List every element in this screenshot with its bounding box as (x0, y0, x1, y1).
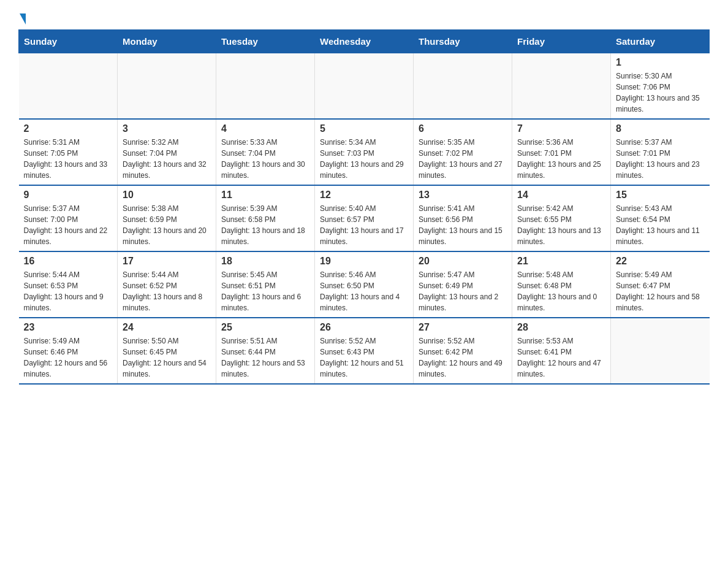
calendar-cell: 1Sunrise: 5:30 AM Sunset: 7:06 PM Daylig… (611, 53, 710, 120)
day-info: Sunrise: 5:44 AM Sunset: 6:52 PM Dayligh… (123, 269, 211, 313)
day-info: Sunrise: 5:50 AM Sunset: 6:45 PM Dayligh… (123, 335, 211, 380)
calendar-week-row: 2Sunrise: 5:31 AM Sunset: 7:05 PM Daylig… (19, 119, 710, 185)
calendar-cell: 5Sunrise: 5:34 AM Sunset: 7:03 PM Daylig… (315, 119, 414, 185)
day-info: Sunrise: 5:49 AM Sunset: 6:46 PM Dayligh… (24, 335, 113, 380)
day-number: 21 (517, 256, 605, 267)
day-number: 6 (419, 123, 507, 134)
day-info: Sunrise: 5:32 AM Sunset: 7:04 PM Dayligh… (123, 137, 211, 181)
day-number: 9 (24, 190, 113, 201)
calendar-table: SundayMondayTuesdayWednesdayThursdayFrid… (18, 29, 710, 385)
calendar-cell: 12Sunrise: 5:40 AM Sunset: 6:57 PM Dayli… (315, 185, 414, 251)
calendar-week-row: 9Sunrise: 5:37 AM Sunset: 7:00 PM Daylig… (19, 185, 710, 251)
calendar-cell: 26Sunrise: 5:52 AM Sunset: 6:43 PM Dayli… (315, 318, 414, 384)
day-info: Sunrise: 5:37 AM Sunset: 7:00 PM Dayligh… (24, 203, 113, 247)
day-number: 15 (616, 190, 705, 201)
day-number: 19 (320, 256, 408, 267)
day-info: Sunrise: 5:30 AM Sunset: 7:06 PM Dayligh… (616, 71, 705, 115)
day-number: 2 (24, 123, 113, 134)
calendar-cell: 24Sunrise: 5:50 AM Sunset: 6:45 PM Dayli… (118, 318, 216, 384)
calendar-cell: 25Sunrise: 5:51 AM Sunset: 6:44 PM Dayli… (216, 318, 315, 384)
day-number: 3 (123, 123, 211, 134)
day-info: Sunrise: 5:39 AM Sunset: 6:58 PM Dayligh… (221, 203, 309, 247)
calendar-cell: 22Sunrise: 5:49 AM Sunset: 6:47 PM Dayli… (611, 251, 710, 318)
calendar-cell (216, 53, 315, 120)
calendar-cell: 28Sunrise: 5:53 AM Sunset: 6:41 PM Dayli… (512, 318, 611, 384)
day-info: Sunrise: 5:45 AM Sunset: 6:51 PM Dayligh… (221, 269, 309, 313)
calendar-cell: 11Sunrise: 5:39 AM Sunset: 6:58 PM Dayli… (216, 185, 315, 251)
day-number: 4 (221, 123, 309, 134)
calendar-cell (19, 53, 118, 120)
calendar-cell: 18Sunrise: 5:45 AM Sunset: 6:51 PM Dayli… (216, 251, 315, 318)
day-number: 16 (24, 256, 113, 267)
calendar-cell: 13Sunrise: 5:41 AM Sunset: 6:56 PM Dayli… (414, 185, 512, 251)
day-number: 8 (616, 123, 705, 134)
day-of-week-header: Wednesday (315, 30, 414, 53)
day-number: 27 (419, 322, 507, 333)
calendar-cell: 8Sunrise: 5:37 AM Sunset: 7:01 PM Daylig… (611, 119, 710, 185)
day-of-week-header: Monday (118, 30, 216, 53)
day-info: Sunrise: 5:47 AM Sunset: 6:49 PM Dayligh… (419, 269, 507, 313)
calendar-cell: 4Sunrise: 5:33 AM Sunset: 7:04 PM Daylig… (216, 119, 315, 185)
day-info: Sunrise: 5:52 AM Sunset: 6:42 PM Dayligh… (419, 335, 507, 380)
day-info: Sunrise: 5:44 AM Sunset: 6:53 PM Dayligh… (24, 269, 113, 313)
calendar-cell: 10Sunrise: 5:38 AM Sunset: 6:59 PM Dayli… (118, 185, 216, 251)
day-number: 11 (221, 190, 309, 201)
day-number: 26 (320, 322, 408, 333)
calendar-cell: 17Sunrise: 5:44 AM Sunset: 6:52 PM Dayli… (118, 251, 216, 318)
calendar-cell (611, 318, 710, 384)
day-number: 22 (616, 256, 705, 267)
day-info: Sunrise: 5:31 AM Sunset: 7:05 PM Dayligh… (24, 137, 113, 181)
calendar-header-row: SundayMondayTuesdayWednesdayThursdayFrid… (19, 30, 710, 53)
calendar-week-row: 16Sunrise: 5:44 AM Sunset: 6:53 PM Dayli… (19, 251, 710, 318)
day-info: Sunrise: 5:33 AM Sunset: 7:04 PM Dayligh… (221, 137, 309, 181)
logo (18, 12, 26, 23)
day-info: Sunrise: 5:42 AM Sunset: 6:55 PM Dayligh… (517, 203, 605, 247)
day-info: Sunrise: 5:52 AM Sunset: 6:43 PM Dayligh… (320, 335, 408, 380)
day-number: 24 (123, 322, 211, 333)
calendar-cell: 21Sunrise: 5:48 AM Sunset: 6:48 PM Dayli… (512, 251, 611, 318)
day-info: Sunrise: 5:48 AM Sunset: 6:48 PM Dayligh… (517, 269, 605, 313)
day-number: 28 (517, 322, 605, 333)
day-info: Sunrise: 5:37 AM Sunset: 7:01 PM Dayligh… (616, 137, 705, 181)
page-header (18, 12, 710, 23)
calendar-cell: 23Sunrise: 5:49 AM Sunset: 6:46 PM Dayli… (19, 318, 118, 384)
day-info: Sunrise: 5:40 AM Sunset: 6:57 PM Dayligh… (320, 203, 408, 247)
day-number: 13 (419, 190, 507, 201)
calendar-cell (315, 53, 414, 120)
calendar-week-row: 1Sunrise: 5:30 AM Sunset: 7:06 PM Daylig… (19, 53, 710, 120)
calendar-cell (118, 53, 216, 120)
calendar-cell: 2Sunrise: 5:31 AM Sunset: 7:05 PM Daylig… (19, 119, 118, 185)
day-number: 17 (123, 256, 211, 267)
day-number: 12 (320, 190, 408, 201)
calendar-cell (512, 53, 611, 120)
day-of-week-header: Sunday (19, 30, 118, 53)
day-number: 18 (221, 256, 309, 267)
day-info: Sunrise: 5:53 AM Sunset: 6:41 PM Dayligh… (517, 335, 605, 380)
day-number: 7 (517, 123, 605, 134)
calendar-cell: 7Sunrise: 5:36 AM Sunset: 7:01 PM Daylig… (512, 119, 611, 185)
day-of-week-header: Friday (512, 30, 611, 53)
calendar-cell: 20Sunrise: 5:47 AM Sunset: 6:49 PM Dayli… (414, 251, 512, 318)
day-number: 5 (320, 123, 408, 134)
calendar-cell: 19Sunrise: 5:46 AM Sunset: 6:50 PM Dayli… (315, 251, 414, 318)
day-number: 14 (517, 190, 605, 201)
calendar-week-row: 23Sunrise: 5:49 AM Sunset: 6:46 PM Dayli… (19, 318, 710, 384)
day-number: 1 (616, 57, 705, 68)
logo-triangle-icon (20, 13, 26, 25)
calendar-cell: 27Sunrise: 5:52 AM Sunset: 6:42 PM Dayli… (414, 318, 512, 384)
calendar-cell: 6Sunrise: 5:35 AM Sunset: 7:02 PM Daylig… (414, 119, 512, 185)
day-info: Sunrise: 5:41 AM Sunset: 6:56 PM Dayligh… (419, 203, 507, 247)
calendar-cell: 16Sunrise: 5:44 AM Sunset: 6:53 PM Dayli… (19, 251, 118, 318)
day-info: Sunrise: 5:38 AM Sunset: 6:59 PM Dayligh… (123, 203, 211, 247)
day-of-week-header: Tuesday (216, 30, 315, 53)
day-number: 23 (24, 322, 113, 333)
calendar-cell (414, 53, 512, 120)
day-number: 10 (123, 190, 211, 201)
calendar-cell: 14Sunrise: 5:42 AM Sunset: 6:55 PM Dayli… (512, 185, 611, 251)
day-number: 20 (419, 256, 507, 267)
calendar-cell: 9Sunrise: 5:37 AM Sunset: 7:00 PM Daylig… (19, 185, 118, 251)
calendar-cell: 15Sunrise: 5:43 AM Sunset: 6:54 PM Dayli… (611, 185, 710, 251)
day-of-week-header: Thursday (414, 30, 512, 53)
calendar-cell: 3Sunrise: 5:32 AM Sunset: 7:04 PM Daylig… (118, 119, 216, 185)
day-of-week-header: Saturday (611, 30, 710, 53)
